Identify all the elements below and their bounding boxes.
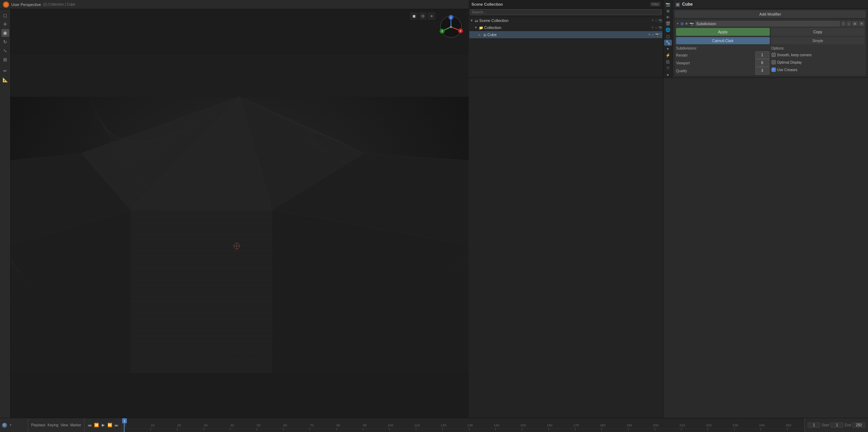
end-frame-input[interactable]: [852, 422, 865, 428]
jump-start-btn[interactable]: ⏮: [87, 422, 93, 428]
tab-modifier[interactable]: 🔧: [664, 40, 672, 46]
viewport-3d[interactable]: Z X Y ◼ ⊙ ⋄: [11, 9, 469, 418]
cube-eye-icon[interactable]: 👁: [648, 33, 651, 36]
outliner-search-input[interactable]: [470, 9, 662, 15]
collection-render-icon[interactable]: 📷: [658, 26, 662, 29]
play-btn[interactable]: ▶: [100, 422, 106, 428]
start-frame-input[interactable]: [831, 422, 843, 428]
nav-gizmo[interactable]: Z X Y: [439, 15, 463, 39]
tool-transform[interactable]: ⊞: [1, 56, 9, 63]
cube-data-icon[interactable]: ▽: [660, 33, 662, 36]
tree-item-collection[interactable]: ▼ 📁 Collection 👁 ⊙ 📷: [469, 24, 662, 31]
svg-text:200: 200: [653, 424, 658, 427]
mode-indicator[interactable]: ▼: [0, 418, 28, 432]
current-frame-input[interactable]: [808, 422, 820, 428]
viewport-collection-label: (1) Collection | Cube: [43, 2, 75, 6]
tab-data[interactable]: ▽: [664, 65, 672, 71]
modifier-eye-icon[interactable]: 👁: [685, 22, 688, 26]
tool-cursor[interactable]: ✛: [1, 20, 9, 28]
scene-select-icon[interactable]: ⊙: [655, 19, 658, 22]
playback-controls-group: Playback Keying View Marker: [28, 418, 84, 432]
svg-text:230: 230: [732, 424, 738, 427]
render-value-field[interactable]: 1: [755, 51, 769, 59]
step-forward-btn[interactable]: ⏩: [107, 422, 113, 428]
scene-eye-icon[interactable]: 👁: [651, 19, 654, 22]
modifier-up-btn[interactable]: ↑: [841, 21, 846, 26]
tool-measure[interactable]: 📐: [1, 76, 9, 83]
svg-text:180: 180: [600, 424, 605, 427]
tool-scale[interactable]: ⤡: [1, 47, 9, 54]
svg-text:160: 160: [547, 424, 552, 427]
marker-label[interactable]: Marker: [70, 423, 82, 427]
tool-select[interactable]: ◻: [1, 11, 9, 19]
tab-scene[interactable]: 🎬: [664, 21, 672, 27]
tool-rotate[interactable]: ↻: [1, 38, 9, 46]
tab-physics[interactable]: ⚡: [664, 52, 672, 58]
optimal-display-checkbox[interactable]: [772, 60, 776, 64]
tab-constraints[interactable]: ⛓: [664, 59, 672, 65]
tree-item-scene-collection[interactable]: ▼ 🗂 Scene Collection 👁 ⊙ 📷: [469, 17, 662, 24]
svg-text:50: 50: [257, 424, 260, 427]
smooth-checkbox[interactable]: [772, 53, 776, 57]
modifier-down-btn[interactable]: ↓: [847, 21, 851, 26]
subdivisions-title: Subdivisions:: [676, 46, 769, 50]
options-column: Options: Smooth, keep corners Optimal Di…: [772, 46, 865, 74]
frame-info-area: Start End: [804, 418, 868, 432]
tool-move[interactable]: ⊕: [1, 29, 9, 37]
subdivisions-options-columns: Subdivisions: Render 1 Viewport 8: [676, 46, 864, 74]
playback-label[interactable]: Playback: [30, 423, 46, 427]
apply-copy-row: Apply Copy: [676, 28, 864, 36]
step-back-btn[interactable]: ⏪: [93, 422, 100, 428]
modifier-duplicate-btn[interactable]: ⊕: [852, 21, 858, 26]
add-modifier-area: Add Modifier: [673, 9, 868, 19]
quality-value-field[interactable]: 3: [755, 67, 769, 75]
simple-btn[interactable]: Simple: [771, 37, 865, 44]
viewport-xray-btn[interactable]: ⋄: [428, 12, 435, 20]
modifier-name-input[interactable]: [695, 21, 840, 27]
viewport-shading-btn[interactable]: ◼: [410, 12, 418, 20]
viewport-value-field[interactable]: 8: [755, 59, 769, 67]
cube-render-icon[interactable]: 📷: [655, 33, 659, 36]
catmull-clark-btn[interactable]: Catmull-Clark: [676, 37, 770, 44]
apply-button[interactable]: Apply: [676, 28, 770, 36]
scene-render-icon[interactable]: 📷: [658, 19, 662, 22]
collection-select-icon[interactable]: ⊙: [655, 26, 658, 29]
collection-eye-icon[interactable]: 👁: [651, 26, 654, 29]
svg-text:110: 110: [414, 424, 420, 427]
quality-row: Quality 3: [676, 67, 769, 74]
modifier-expand-arrow[interactable]: ▼: [676, 22, 679, 25]
tab-output[interactable]: 🖥: [664, 8, 672, 14]
keying-label[interactable]: Keying: [47, 423, 59, 427]
viewport-row: Viewport 8: [676, 59, 769, 67]
svg-text:Z: Z: [450, 16, 452, 19]
add-modifier-btn[interactable]: Add Modifier: [675, 10, 866, 18]
jump-end-btn[interactable]: ⏭: [113, 422, 120, 428]
use-creases-checkbox[interactable]: ✓: [772, 68, 776, 72]
svg-text:90: 90: [363, 424, 367, 427]
tab-render[interactable]: 📷: [664, 1, 672, 7]
tab-view-layer[interactable]: 👁: [664, 14, 672, 20]
modifier-item-subdivision: ▼ ⊕ 👁 📷 ↑ ↓ ⊕ ✕: [675, 19, 866, 76]
tab-material[interactable]: ●: [664, 71, 672, 77]
svg-text:100: 100: [387, 424, 393, 427]
timeline-ruler[interactable]: 0 10 20 30 40 50 60 70 80 90 100 110 120…: [122, 418, 804, 432]
viewport-overlay-btn[interactable]: ⊙: [419, 12, 427, 20]
svg-text:170: 170: [573, 424, 579, 427]
modifier-render-icon[interactable]: 📷: [690, 22, 694, 26]
tree-label-cube: Cube: [487, 33, 497, 37]
quality-label: Quality: [676, 69, 687, 73]
tab-object[interactable]: ◻: [664, 33, 672, 39]
svg-text:80: 80: [336, 424, 340, 427]
scene-collection-icon: 🗂: [475, 19, 478, 23]
tree-item-cube[interactable]: ▶ ▣ Cube 👁 ⊙ 📷 ▽: [469, 31, 662, 38]
modifier-delete-btn[interactable]: ✕: [859, 21, 864, 26]
tool-annotate[interactable]: ✏: [1, 67, 9, 75]
view-label[interactable]: View: [60, 423, 69, 427]
copy-button[interactable]: Copy: [771, 28, 865, 36]
outliner-filter-btn[interactable]: Filter: [650, 2, 660, 6]
tab-particles[interactable]: ✦: [664, 46, 672, 52]
cube-select-icon[interactable]: ⊙: [652, 33, 655, 36]
tab-world[interactable]: 🌐: [664, 27, 672, 33]
svg-text:210: 210: [679, 424, 685, 427]
outliner-header: Scene Collection Filter: [469, 0, 663, 8]
